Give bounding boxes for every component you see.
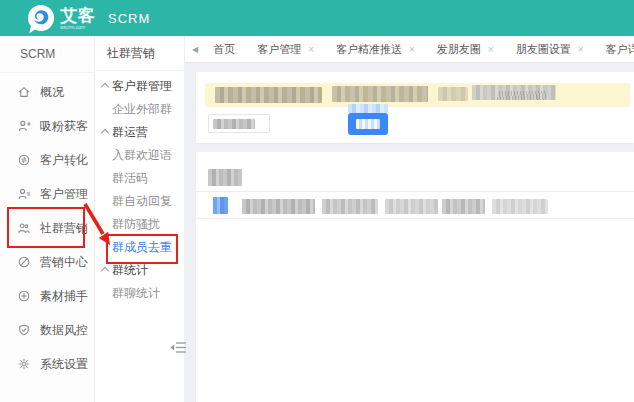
submenu-group-2[interactable]: 群运营 <box>95 121 184 144</box>
topbar: 艾客 wscrm.com SCRM <box>0 0 634 36</box>
redacted-row-text <box>385 199 438 214</box>
tab-label: 发朋友圈 <box>437 42 481 57</box>
redacted-banner-text <box>332 86 428 102</box>
sidebar-collapse-icon[interactable] <box>170 340 188 355</box>
home-icon <box>17 85 31 99</box>
tab-close-icon[interactable]: × <box>578 44 584 55</box>
tab-close-icon[interactable]: × <box>488 44 494 55</box>
sidebar-item-2[interactable]: 吸粉获客 <box>0 109 94 143</box>
submenu-item-label: 企业外部群 <box>112 102 172 116</box>
tab-label: 首页 <box>213 42 235 57</box>
sidebar-item-label: 吸粉获客 <box>40 118 88 135</box>
sidebar-item-label: 营销中心 <box>40 254 88 271</box>
submenu-item-2-1[interactable]: 入群欢迎语 <box>95 144 184 167</box>
panel-divider <box>196 191 634 192</box>
sidebar-item-label: 客户管理 <box>40 186 88 203</box>
chevron-up-icon <box>101 267 109 275</box>
search-input[interactable] <box>208 114 270 133</box>
redacted-button-label <box>356 119 380 129</box>
tab-close-icon[interactable]: × <box>308 44 314 55</box>
logo-text-block: 艾客 wscrm.com <box>60 7 96 30</box>
submenu-list: 客户群管理企业外部群群运营入群欢迎语群活码群自动回复群防骚扰群成员去重群统计群聊… <box>95 71 184 305</box>
sidebar-item-label: 客户转化 <box>40 152 88 169</box>
sidebar-menu: 概况吸粉获客客户转化客户管理社群营销营销中心素材捕手数据风控系统设置 <box>0 73 94 381</box>
sidebar-item-label: 数据风控 <box>40 322 88 339</box>
app-logo-icon <box>28 5 54 31</box>
tabs-strip: 首页客户管理×客户精准推送×发朋友圈×朋友圈设置×客户详细×重复客户 <box>202 36 634 62</box>
sidebar-item-8[interactable]: 数据风控 <box>0 313 94 347</box>
sidebar-header: SCRM <box>0 36 94 73</box>
redacted-banner-text <box>215 87 322 103</box>
redacted-list-tab[interactable] <box>208 169 242 186</box>
sidebar-item-label: 系统设置 <box>40 356 88 373</box>
convert-icon <box>17 153 31 167</box>
logo-swirl-icon <box>31 8 51 28</box>
tab-label: 客户精准推送 <box>336 42 402 57</box>
users-group-icon <box>17 221 31 235</box>
redacted-overlay <box>348 104 388 113</box>
marketing-icon <box>17 255 31 269</box>
sidebar-item-6[interactable]: 营销中心 <box>0 245 94 279</box>
submenu-item-2-2[interactable]: 群活码 <box>95 167 184 190</box>
gear-icon <box>17 357 31 371</box>
redacted-banner-text <box>438 87 468 101</box>
main-area: ◀ 首页客户管理×客户精准推送×发朋友圈×朋友圈设置×客户详细×重复客户 <box>185 36 634 402</box>
submenu-item-3-1[interactable]: 群聊统计 <box>95 282 184 305</box>
submenu-item-label: 群成员去重 <box>112 240 172 254</box>
submenu-group-1[interactable]: 客户群管理 <box>95 75 184 98</box>
tab-4[interactable]: 发朋友圈× <box>426 36 505 62</box>
redacted-row-icon <box>213 197 228 214</box>
logo-subtext: wscrm.com <box>60 25 96 30</box>
sidebar-item-3[interactable]: 客户转化 <box>0 143 94 177</box>
result-panel <box>196 152 634 402</box>
submenu-item-label: 群聊统计 <box>112 286 160 300</box>
submenu-item-label: 入群欢迎语 <box>112 148 172 162</box>
tab-1[interactable]: 首页 <box>202 36 246 62</box>
submenu-item-label: 群防骚扰 <box>112 217 160 231</box>
redacted-row-text <box>442 199 485 214</box>
chevron-up-icon <box>101 83 109 91</box>
tabs-scroll-left-icon[interactable]: ◀ <box>192 45 198 54</box>
sidebar-item-4[interactable]: 客户管理 <box>0 177 94 211</box>
logo-text: 艾客 <box>60 7 96 24</box>
tab-label: 客户管理 <box>257 42 301 57</box>
submenu-item-label: 群自动回复 <box>112 194 172 208</box>
query-button[interactable] <box>348 113 388 135</box>
tab-label: 客户详细 <box>606 42 634 57</box>
sidebar-item-7[interactable]: 素材捕手 <box>0 279 94 313</box>
tab-3[interactable]: 客户精准推送× <box>325 36 426 62</box>
tab-close-icon[interactable]: × <box>409 44 415 55</box>
submenu-item-active[interactable]: 群成员去重 <box>95 236 184 259</box>
tab-label: 朋友圈设置 <box>516 42 571 57</box>
submenu-group-label: 客户群管理 <box>112 79 172 93</box>
chevron-up-icon <box>101 129 109 137</box>
sidebar-item-5[interactable]: 社群营销 <box>0 211 94 245</box>
row-divider <box>196 218 634 219</box>
submenu-group-3[interactable]: 群统计 <box>95 259 184 282</box>
query-panel <box>196 72 634 143</box>
redacted-row-text <box>322 199 378 214</box>
user-manage-icon <box>17 187 31 201</box>
sidebar-item-1[interactable]: 概况 <box>0 75 94 109</box>
redacted-input-value <box>213 119 255 129</box>
submenu-item-1-1[interactable]: 企业外部群 <box>95 98 184 121</box>
tab-2[interactable]: 客户管理× <box>246 36 325 62</box>
sidebar-item-label: 概况 <box>40 84 64 101</box>
submenu-group-label: 群统计 <box>112 263 148 277</box>
submenu-group-label: 群运营 <box>112 125 148 139</box>
user-plus-icon <box>17 119 31 133</box>
submenu-header: 社群营销 <box>95 36 184 71</box>
sidebar-item-label: 社群营销 <box>40 220 88 237</box>
plus-circle-icon <box>17 289 31 303</box>
redacted-row-text <box>242 199 315 214</box>
product-name: SCRM <box>108 11 150 26</box>
tab-6[interactable]: 客户详细× <box>595 36 634 62</box>
tab-5[interactable]: 朋友圈设置× <box>505 36 595 62</box>
submenu-item-2-4[interactable]: 群防骚扰 <box>95 213 184 236</box>
tab-bar: ◀ 首页客户管理×客户精准推送×发朋友圈×朋友圈设置×客户详细×重复客户 <box>185 36 634 63</box>
watermark-blur <box>497 91 546 100</box>
primary-sidebar: SCRM 概况吸粉获客客户转化客户管理社群营销营销中心素材捕手数据风控系统设置 <box>0 36 95 402</box>
submenu-item-2-3[interactable]: 群自动回复 <box>95 190 184 213</box>
sidebar-item-9[interactable]: 系统设置 <box>0 347 94 381</box>
submenu-item-label: 群活码 <box>112 171 148 185</box>
